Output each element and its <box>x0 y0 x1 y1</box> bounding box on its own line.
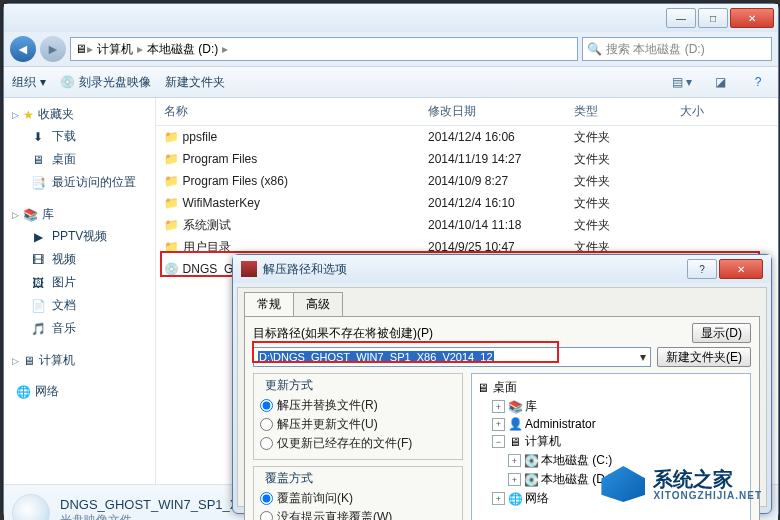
status-filetype: 光盘映像文件 <box>60 512 249 520</box>
col-size[interactable]: 大小 <box>672 98 778 125</box>
tree-desktop[interactable]: 🖥桌面 <box>476 378 746 397</box>
opt-no-prompt[interactable]: 没有提示直接覆盖(W) <box>260 508 456 520</box>
folder-icon: 📁 <box>164 218 179 232</box>
sidebar-item[interactable]: ▶PPTV视频 <box>8 225 151 248</box>
help-button[interactable]: ? <box>746 71 770 93</box>
search-input[interactable]: 🔍 搜索 本地磁盘 (D:) <box>582 37 772 61</box>
address-bar[interactable]: 🖥 ▸ 计算机 ▸ 本地磁盘 (D:) ▸ <box>70 37 578 61</box>
minimize-button[interactable]: — <box>666 8 696 28</box>
preview-pane-button[interactable]: ◪ <box>708 71 732 93</box>
tree-libraries[interactable]: +📚库 <box>476 397 746 416</box>
watermark-en: XITONGZHIJIA.NET <box>653 490 762 501</box>
dialog-titlebar[interactable]: 解压路径和选项 ? ✕ <box>233 255 771 283</box>
disc-icon: 💿 <box>164 262 179 276</box>
forward-button[interactable]: ► <box>40 36 66 62</box>
dropdown-icon[interactable]: ▾ <box>640 350 646 364</box>
new-folder-button[interactable]: 新建文件夹 <box>165 74 225 91</box>
item-icon: ⬇ <box>30 130 46 144</box>
sidebar-item[interactable]: 🎵音乐 <box>8 317 151 340</box>
disc-thumb-icon <box>12 494 50 520</box>
computer-icon: 🖥 <box>23 354 35 368</box>
burn-button[interactable]: 💿刻录光盘映像 <box>60 74 151 91</box>
tab-general[interactable]: 常规 <box>244 292 294 316</box>
dest-path-label: 目标路径(如果不存在将被创建)(P) <box>253 325 684 342</box>
opt-update-existing[interactable]: 仅更新已经存在的文件(F) <box>260 434 456 453</box>
maximize-button[interactable]: □ <box>698 8 728 28</box>
col-date[interactable]: 修改日期 <box>420 98 566 125</box>
dest-path-value: D:\DNGS_GHOST_WIN7_SP1_X86_V2014_12 <box>258 351 494 363</box>
dialog-title: 解压路径和选项 <box>263 261 685 278</box>
update-mode-group: 更新方式 解压并替换文件(R) 解压并更新文件(U) 仅更新已经存在的文件(F) <box>253 373 463 460</box>
dialog-help-button[interactable]: ? <box>687 259 717 279</box>
back-button[interactable]: ◄ <box>10 36 36 62</box>
sidebar-libraries[interactable]: ▷📚库 <box>8 204 151 225</box>
overwrite-mode-group: 覆盖方式 覆盖前询问(K) 没有提示直接覆盖(W) 跳过已经存在的文件(S) 自… <box>253 466 463 520</box>
group-legend: 更新方式 <box>262 377 316 394</box>
folder-icon: 📁 <box>164 152 179 166</box>
library-icon: 📚 <box>23 208 38 222</box>
file-row[interactable]: 📁Program Files (x86)2014/10/9 8:27文件夹 <box>156 170 778 192</box>
sidebar-item[interactable]: 🖥桌面 <box>8 148 151 171</box>
sidebar: ▷★收藏夹 ⬇下载🖥桌面📑最近访问的位置 ▷📚库 ▶PPTV视频🎞视频🖼图片📄文… <box>4 98 156 484</box>
watermark-logo-icon <box>601 466 645 502</box>
col-name[interactable]: 名称 <box>156 98 420 125</box>
nav-bar: ◄ ► 🖥 ▸ 计算机 ▸ 本地磁盘 (D:) ▸ 🔍 搜索 本地磁盘 (D:) <box>4 32 778 66</box>
organize-button[interactable]: 组织 ▾ <box>12 74 46 91</box>
show-button[interactable]: 显示(D) <box>692 323 751 343</box>
watermark-cn: 系统之家 <box>653 468 762 490</box>
search-placeholder: 搜索 本地磁盘 (D:) <box>606 41 705 58</box>
item-icon: 🖼 <box>30 276 46 290</box>
sidebar-item[interactable]: 🎞视频 <box>8 248 151 271</box>
tree-admin[interactable]: +👤Administrator <box>476 416 746 432</box>
sidebar-computer[interactable]: ▷🖥计算机 <box>8 350 151 371</box>
sidebar-item[interactable]: 📄文档 <box>8 294 151 317</box>
folder-icon: 📁 <box>164 240 179 254</box>
group-legend: 覆盖方式 <box>262 470 316 487</box>
item-icon: ▶ <box>30 230 46 244</box>
search-icon: 🔍 <box>587 42 602 56</box>
new-folder-button[interactable]: 新建文件夹(E) <box>657 347 751 367</box>
dest-path-input[interactable]: D:\DNGS_GHOST_WIN7_SP1_X86_V2014_12 ▾ <box>253 347 651 367</box>
computer-icon: 🖥 <box>75 42 87 56</box>
sidebar-favorites[interactable]: ▷★收藏夹 <box>8 104 151 125</box>
breadcrumb[interactable]: 本地磁盘 (D:) <box>143 41 222 58</box>
archive-icon <box>241 261 257 277</box>
item-icon: 📑 <box>30 176 46 190</box>
item-icon: 📄 <box>30 299 46 313</box>
tab-advanced[interactable]: 高级 <box>293 292 343 316</box>
sidebar-network[interactable]: 🌐网络 <box>8 381 151 402</box>
file-row[interactable]: 📁Program Files2014/11/19 14:27文件夹 <box>156 148 778 170</box>
column-headers[interactable]: 名称 修改日期 类型 大小 <box>156 98 778 126</box>
star-icon: ★ <box>23 108 34 122</box>
item-icon: 🎵 <box>30 322 46 336</box>
opt-extract-update[interactable]: 解压并更新文件(U) <box>260 415 456 434</box>
breadcrumb[interactable]: 计算机 <box>93 41 137 58</box>
file-row[interactable]: 📁系统测试2014/10/14 11:18文件夹 <box>156 214 778 236</box>
status-filename: DNGS_GHOST_WIN7_SP1_X... <box>60 497 249 512</box>
file-row[interactable]: 📁WifiMasterKey2014/12/4 16:10文件夹 <box>156 192 778 214</box>
item-icon: 🖥 <box>30 153 46 167</box>
dialog-tabs: 常规 高级 <box>238 288 766 316</box>
sidebar-item[interactable]: 🖼图片 <box>8 271 151 294</box>
file-row[interactable]: 📁ppsfile2014/12/4 16:06文件夹 <box>156 126 778 148</box>
close-button[interactable]: ✕ <box>730 8 774 28</box>
titlebar[interactable]: — □ ✕ <box>4 4 778 32</box>
dialog-close-button[interactable]: ✕ <box>719 259 763 279</box>
col-type[interactable]: 类型 <box>566 98 672 125</box>
item-icon: 🎞 <box>30 253 46 267</box>
folder-icon: 📁 <box>164 130 179 144</box>
sidebar-item[interactable]: 📑最近访问的位置 <box>8 171 151 194</box>
tree-computer[interactable]: −🖥计算机 <box>476 432 746 451</box>
folder-icon: 📁 <box>164 174 179 188</box>
network-icon: 🌐 <box>16 385 31 399</box>
opt-extract-replace[interactable]: 解压并替换文件(R) <box>260 396 456 415</box>
watermark: 系统之家 XITONGZHIJIA.NET <box>601 466 762 502</box>
view-button[interactable]: ▤ ▾ <box>670 71 694 93</box>
toolbar: 组织 ▾ 💿刻录光盘映像 新建文件夹 ▤ ▾ ◪ ? <box>4 66 778 98</box>
sidebar-item[interactable]: ⬇下载 <box>8 125 151 148</box>
opt-ask-overwrite[interactable]: 覆盖前询问(K) <box>260 489 456 508</box>
folder-icon: 📁 <box>164 196 179 210</box>
disc-icon: 💿 <box>60 75 75 89</box>
